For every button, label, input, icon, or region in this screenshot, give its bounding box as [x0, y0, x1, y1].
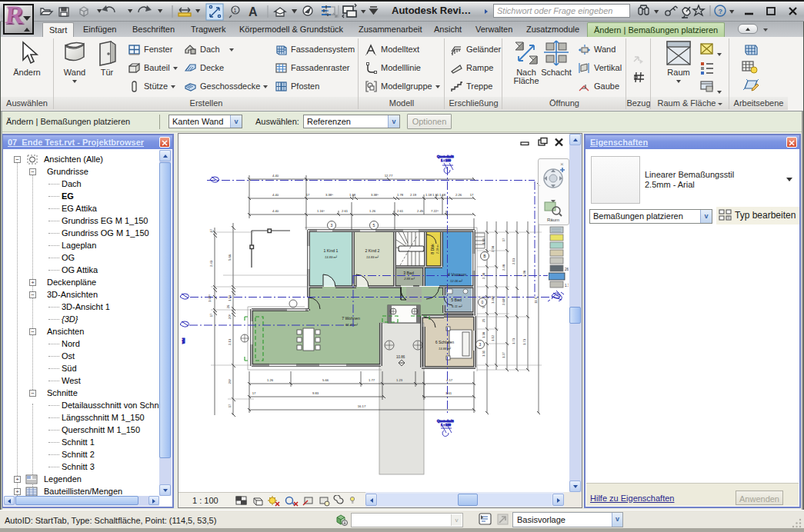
svg-text:16.17: 16.17	[358, 404, 366, 408]
svg-text:17: 17	[470, 193, 474, 197]
svg-text:3.08: 3.08	[522, 270, 526, 277]
svg-text:3 Bad: 3 Bad	[403, 271, 414, 275]
svg-text:1.12: 1.12	[491, 334, 495, 341]
svg-text:1.18: 1.18	[439, 193, 446, 197]
svg-text:8 Dbk: 8 Dbk	[430, 244, 435, 254]
svg-text:17: 17	[209, 228, 213, 232]
svg-text:2.45: 2.45	[417, 209, 424, 213]
svg-text:6.11 m²: 6.11 m²	[452, 304, 462, 308]
svg-text:2.38: 2.38	[482, 272, 485, 279]
svg-text:3: 3	[331, 223, 333, 228]
svg-text:1.18: 1.18	[349, 193, 356, 197]
svg-text:12.06 m²: 12.06 m²	[450, 279, 462, 283]
svg-text:1 : 100: 1 : 100	[441, 158, 451, 162]
svg-text:5: 5	[373, 223, 375, 228]
svg-text:2.61: 2.61	[342, 209, 349, 213]
svg-text:1.23: 1.23	[396, 378, 403, 382]
svg-text:2.61: 2.61	[397, 209, 404, 213]
svg-text:26⁵: 26⁵	[228, 379, 232, 384]
svg-text:1.78: 1.78	[397, 193, 404, 197]
svg-text:25: 25	[482, 318, 485, 322]
svg-text:26: 26	[565, 268, 569, 271]
svg-text:1.38: 1.38	[482, 331, 485, 338]
svg-text:26: 26	[226, 304, 230, 308]
svg-text:12.77: 12.77	[385, 174, 393, 178]
svg-text:7.22⁸: 7.22⁸	[431, 209, 439, 213]
svg-text:2 Kind 2: 2 Kind 2	[365, 248, 379, 253]
svg-text:1.69: 1.69	[482, 238, 485, 244]
svg-text:1.60⁵: 1.60⁵	[208, 294, 212, 302]
svg-text:5.66: 5.66	[228, 254, 232, 261]
svg-text:0: 0	[482, 300, 484, 304]
svg-text:?: ?	[719, 8, 723, 15]
svg-text:1.31: 1.31	[432, 193, 439, 197]
svg-text:17: 17	[306, 193, 310, 197]
svg-text:10.86: 10.86	[396, 355, 405, 359]
svg-text:1.26: 1.26	[267, 378, 274, 382]
svg-text:1.74: 1.74	[565, 284, 569, 288]
svg-text:1 Kind 1: 1 Kind 1	[323, 248, 338, 253]
svg-text:1.77: 1.77	[369, 378, 375, 382]
svg-text:A: A	[249, 5, 258, 18]
svg-text:4.17: 4.17	[446, 378, 453, 382]
svg-text:13.89 m²: 13.89 m²	[366, 255, 379, 259]
svg-text:Wfd: Wfd	[182, 338, 185, 344]
svg-text:2.60⁵: 2.60⁵	[502, 298, 505, 305]
svg-text:1.16⁵: 1.16⁵	[317, 209, 325, 213]
svg-text:17: 17	[502, 238, 505, 241]
svg-text:3.61: 3.61	[445, 391, 452, 395]
svg-text:13.89 m²: 13.89 m²	[325, 255, 337, 259]
svg-text:7 Wohnen: 7 Wohnen	[342, 316, 360, 321]
svg-text:2.58: 2.58	[491, 245, 495, 252]
svg-text:17: 17	[228, 404, 232, 407]
svg-text:2.19: 2.19	[410, 193, 417, 197]
svg-text:2.43: 2.43	[209, 260, 213, 267]
svg-text:2.26: 2.26	[455, 193, 462, 197]
svg-text:17: 17	[209, 313, 213, 317]
svg-text:1.73: 1.73	[522, 338, 526, 345]
svg-text:5.66: 5.66	[322, 378, 329, 382]
svg-text:2.13: 2.13	[512, 258, 515, 264]
svg-text:66.47 m²: 66.47 m²	[345, 323, 358, 327]
svg-text:2.88 m²: 2.88 m²	[403, 277, 415, 281]
svg-text:3.38⁵: 3.38⁵	[371, 193, 379, 197]
svg-text:4 Vorraum: 4 Vorraum	[448, 272, 466, 277]
svg-text:1.26: 1.26	[369, 209, 376, 213]
svg-text:17: 17	[252, 391, 256, 395]
svg-text:1.48⁵: 1.48⁵	[491, 296, 495, 304]
svg-text:4.40: 4.40	[272, 209, 279, 213]
svg-text:1.16: 1.16	[228, 294, 232, 301]
svg-text:1.27: 1.27	[502, 351, 505, 358]
svg-text:2.19 m²: 2.19 m²	[436, 244, 439, 254]
svg-text:11.5⁷: 11.5⁷	[534, 296, 538, 304]
svg-text:1.31: 1.31	[482, 350, 485, 357]
svg-text:1.18: 1.18	[425, 193, 432, 197]
svg-text:1: 1	[234, 8, 237, 13]
svg-text:5 Bad: 5 Bad	[451, 298, 462, 302]
svg-text:2.13: 2.13	[228, 338, 232, 345]
svg-text:4.40: 4.40	[272, 174, 279, 178]
svg-text:3.38⁵: 3.38⁵	[325, 193, 333, 197]
svg-text:4.40: 4.40	[272, 193, 279, 197]
svg-text:13.88 m²: 13.88 m²	[439, 347, 451, 351]
svg-text:3: 3	[479, 342, 482, 347]
svg-text:9.83: 9.83	[312, 391, 319, 395]
svg-text:2.48: 2.48	[502, 264, 505, 271]
svg-text:20⁵: 20⁵	[228, 314, 232, 320]
svg-text:1.73: 1.73	[512, 337, 515, 344]
svg-text:6 Schlafen: 6 Schlafen	[435, 340, 455, 344]
